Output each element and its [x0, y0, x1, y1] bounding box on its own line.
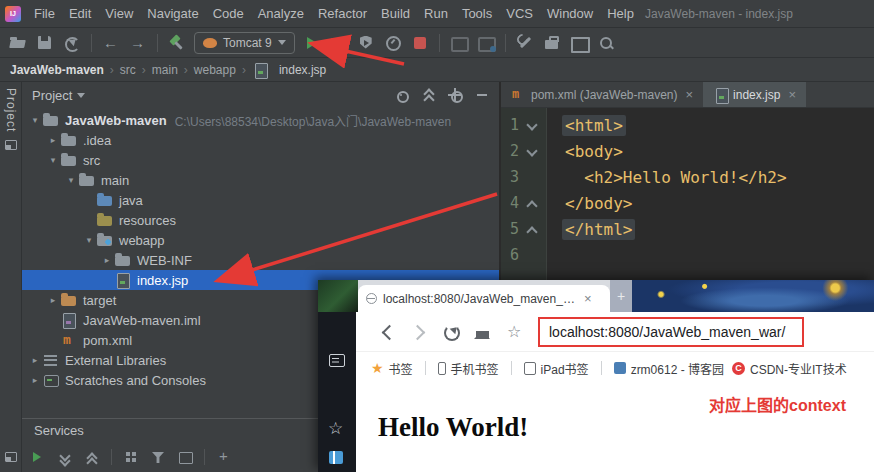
- new-tab-icon[interactable]: +: [610, 280, 632, 312]
- reading-list-icon[interactable]: [329, 354, 345, 367]
- close-tab-icon[interactable]: ×: [584, 291, 592, 306]
- profiler-icon[interactable]: [383, 32, 403, 54]
- chevron-right-icon[interactable]: ▸: [28, 375, 42, 385]
- address-bar[interactable]: localhost:8080/JavaWeb_maven_war/: [538, 317, 804, 347]
- menu-window[interactable]: Window: [540, 3, 600, 24]
- chevron-down-icon[interactable]: ▾: [64, 175, 78, 185]
- chevron-right-icon[interactable]: ▸: [46, 135, 60, 145]
- back-icon[interactable]: [378, 323, 396, 341]
- collapse-all-icon[interactable]: [421, 88, 435, 102]
- open-project-icon[interactable]: [8, 32, 28, 54]
- chevron-right-icon[interactable]: ▸: [100, 255, 114, 265]
- tool-windows-icon[interactable]: [569, 32, 589, 54]
- bookmark-star-icon[interactable]: [506, 323, 524, 341]
- bookmark-[interactable]: ★书签: [371, 360, 413, 377]
- fold-down-icon[interactable]: [525, 138, 539, 164]
- view-options-icon[interactable]: [177, 449, 193, 465]
- fold-up-icon[interactable]: [525, 190, 539, 216]
- breadcrumb-item-webapp[interactable]: webapp: [194, 63, 236, 77]
- back-icon[interactable]: [101, 32, 121, 54]
- forward-icon[interactable]: [410, 323, 428, 341]
- menu-view[interactable]: View: [98, 3, 140, 24]
- tree-item-java[interactable]: java: [22, 190, 499, 210]
- bookmark-ipad[interactable]: iPad书签: [524, 360, 589, 377]
- menu-file[interactable]: File: [27, 3, 62, 24]
- favorites-star-icon[interactable]: ☆: [328, 418, 343, 439]
- chevron-right-icon[interactable]: ▸: [28, 355, 42, 365]
- project-structure-icon[interactable]: [542, 32, 562, 54]
- menu-code[interactable]: Code: [206, 3, 251, 24]
- tree-item-main[interactable]: ▾main: [22, 170, 499, 190]
- chevron-down-icon[interactable]: ▾: [82, 235, 96, 245]
- browser-tab[interactable]: localhost:8080/JavaWeb_maven_war/ ×: [358, 285, 610, 312]
- refresh-icon[interactable]: [442, 323, 460, 341]
- tree-item-src[interactable]: ▾src: [22, 150, 499, 170]
- run-configuration-selector[interactable]: Tomcat 9: [194, 32, 295, 54]
- chevron-down-icon[interactable]: [77, 93, 85, 102]
- debug-button[interactable]: [329, 32, 349, 54]
- home-icon[interactable]: [474, 323, 492, 341]
- bookmark-[interactable]: 手机书签: [438, 360, 499, 377]
- run-button[interactable]: [302, 32, 322, 54]
- hide-panel-icon[interactable]: [475, 88, 489, 102]
- editor-tab-pom-xml-javaweb-maven[interactable]: pom.xml (JavaWeb-maven)×: [501, 82, 703, 107]
- menu-build[interactable]: Build: [374, 3, 417, 24]
- menu-tools[interactable]: Tools: [455, 3, 499, 24]
- menu-run[interactable]: Run: [417, 3, 455, 24]
- search-everywhere-icon[interactable]: [596, 32, 616, 54]
- tree-item-resources[interactable]: resources: [22, 210, 499, 230]
- attach-debugger-icon[interactable]: [476, 32, 496, 54]
- save-all-icon[interactable]: [35, 32, 55, 54]
- build-hammer-icon[interactable]: [167, 32, 187, 54]
- menu-vcs[interactable]: VCS: [499, 3, 540, 24]
- group-by-icon[interactable]: [123, 449, 139, 465]
- bookmark-zrm0612[interactable]: zrm0612 - 博客园: [614, 360, 724, 377]
- menu-analyze[interactable]: Analyze: [251, 3, 311, 24]
- bookmark-csdn-it[interactable]: CSDN-专业IT技术: [732, 360, 847, 377]
- menu-navigate[interactable]: Navigate: [140, 3, 205, 24]
- add-service-icon[interactable]: [216, 449, 232, 465]
- project-panel-title[interactable]: Project: [32, 88, 72, 103]
- editor-line-6[interactable]: 6: [501, 242, 874, 268]
- close-tab-icon[interactable]: ×: [788, 87, 796, 102]
- fold-down-icon[interactable]: [525, 112, 539, 138]
- run-with-coverage-icon[interactable]: [356, 32, 376, 54]
- breadcrumb-item-index-jsp[interactable]: index.jsp: [252, 62, 326, 78]
- editor-line-3[interactable]: 3 <h2>Hello World!</h2>: [501, 164, 874, 190]
- editor-line-4[interactable]: 4</body>: [501, 190, 874, 216]
- breadcrumb-item-main[interactable]: main: [152, 63, 178, 77]
- locate-file-icon[interactable]: [394, 88, 408, 102]
- bottom-tool-window-icon[interactable]: [5, 452, 17, 462]
- settings-wrench-icon[interactable]: [515, 32, 535, 54]
- editor-line-2[interactable]: 2<body>: [501, 138, 874, 164]
- fold-up-icon[interactable]: [525, 216, 539, 242]
- menu-edit[interactable]: Edit: [62, 3, 98, 24]
- breadcrumb-item-javaweb-maven[interactable]: JavaWeb-maven: [10, 63, 104, 77]
- forward-icon[interactable]: [128, 32, 148, 54]
- gear-icon[interactable]: [448, 88, 462, 102]
- breadcrumb-item-src[interactable]: src: [120, 63, 136, 77]
- menu-help[interactable]: Help: [600, 3, 641, 24]
- collapse-all-icon[interactable]: [84, 449, 100, 465]
- filter-icon[interactable]: [150, 449, 166, 465]
- sidebar-panel-icon[interactable]: [329, 451, 343, 464]
- expand-all-icon[interactable]: [57, 449, 73, 465]
- editor-line-1[interactable]: 1<html>: [501, 112, 874, 138]
- sync-icon[interactable]: [62, 32, 82, 54]
- tree-item-javaweb-maven[interactable]: ▾JavaWeb-mavenC:\Users\88534\Desktop\Jav…: [22, 110, 499, 130]
- tree-item-webapp[interactable]: ▾webapp: [22, 230, 499, 250]
- chevron-down-icon[interactable]: ▾: [28, 115, 42, 125]
- chevron-down-icon[interactable]: ▾: [46, 155, 60, 165]
- attach-disabled-icon[interactable]: [449, 32, 469, 54]
- close-tab-icon[interactable]: ×: [685, 87, 693, 102]
- editor-line-5[interactable]: 5</html>: [501, 216, 874, 242]
- stop-button[interactable]: [410, 32, 430, 54]
- project-stripe-button[interactable]: Project: [4, 88, 18, 132]
- menu-refactor[interactable]: Refactor: [311, 3, 374, 24]
- editor-tab-index-jsp[interactable]: index.jsp×: [703, 82, 806, 107]
- services-run-icon[interactable]: [30, 449, 46, 465]
- tree-item-idea[interactable]: ▸.idea: [22, 130, 499, 150]
- tree-item-web-inf[interactable]: ▸WEB-INF: [22, 250, 499, 270]
- tool-window-icon[interactable]: [5, 140, 17, 150]
- chevron-right-icon[interactable]: ▸: [46, 295, 60, 305]
